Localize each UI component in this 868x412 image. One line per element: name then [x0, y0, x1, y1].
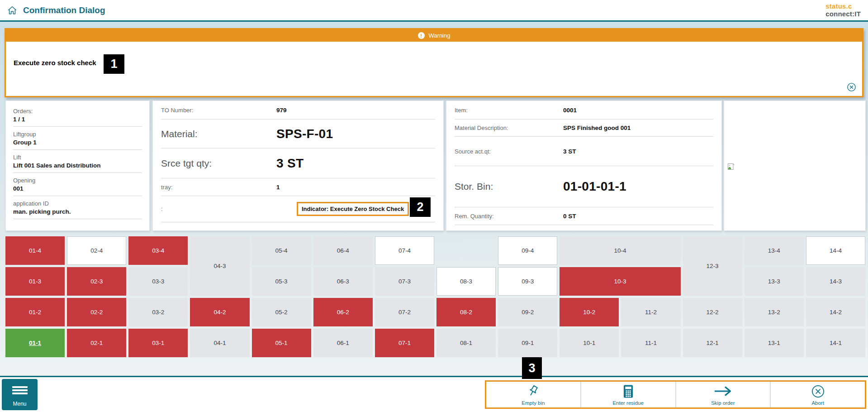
info-field: application IDman. picking purch.: [13, 196, 142, 219]
row-value: 3 ST: [563, 148, 576, 155]
close-icon[interactable]: [846, 82, 857, 92]
info-field: LiftgroupGroup 1: [13, 127, 142, 150]
bin-cell-04-2[interactable]: 04-2: [190, 298, 249, 326]
bin-cell-05-2[interactable]: 05-2: [252, 298, 311, 326]
row-label: TO Number:: [161, 107, 193, 114]
field-label: Liftgroup: [13, 131, 142, 138]
bin-cell-13-3[interactable]: 13-3: [745, 267, 804, 296]
action-empty-bin[interactable]: Empty bin: [486, 382, 580, 407]
bin-cell-07-1[interactable]: 07-1: [375, 329, 434, 357]
bin-cell-02-2[interactable]: 02-2: [67, 298, 126, 326]
bin-cell-05-4[interactable]: 05-4: [252, 236, 311, 265]
row-value: 3 ST: [276, 156, 304, 171]
bin-cell-10-3[interactable]: 10-3: [560, 267, 680, 296]
warning-dialog: ! Warning Execute zero stock check 1: [5, 28, 863, 97]
bin-cell-05-1[interactable]: 05-1: [252, 329, 311, 357]
field-label: Orders:: [13, 108, 142, 115]
row-value: SPS-F-01: [276, 127, 333, 141]
bin-cell-08-3[interactable]: 08-3: [436, 267, 496, 296]
bin-cell-07-4[interactable]: 07-4: [375, 236, 434, 265]
row-value: 01-01-01-1: [563, 179, 626, 194]
home-icon[interactable]: [7, 5, 17, 15]
bin-cell-03-2[interactable]: 03-2: [128, 298, 188, 326]
bin-cell-13-4[interactable]: 13-4: [745, 236, 804, 265]
action-enter-residue[interactable]: Enter residue: [580, 382, 675, 407]
bin-cell-10-1[interactable]: 10-1: [560, 329, 619, 357]
field-value: 001: [13, 185, 142, 192]
app-header: Confirmation Dialog status.c connect:IT: [0, 0, 868, 22]
bin-cell-01-2[interactable]: 01-2: [5, 298, 65, 326]
bin-cell-06-1[interactable]: 06-1: [313, 329, 373, 357]
panel-row: Srce tgt qty:3 ST: [161, 149, 435, 178]
row-label: Srce tgt qty:: [161, 158, 212, 169]
abort-icon: [811, 384, 825, 398]
menu-label: Menu: [13, 401, 26, 407]
bin-cell-14-4[interactable]: 14-4: [806, 236, 865, 265]
action-abort[interactable]: Abort: [770, 382, 865, 407]
bin-cell-09-3[interactable]: 09-3: [498, 267, 557, 296]
bin-cell-03-4[interactable]: 03-4: [128, 236, 188, 265]
bin-cell-09-1[interactable]: 09-1: [498, 329, 557, 357]
bin-cell-02-1[interactable]: 02-1: [67, 329, 126, 357]
bin-cell-01-3[interactable]: 01-3: [5, 267, 65, 296]
bin-cell-11-2[interactable]: 11-2: [621, 298, 680, 326]
info-icon: !: [418, 32, 425, 39]
row-label: Stor. Bin:: [455, 181, 493, 192]
row-label: Rem. Quantity:: [455, 213, 494, 220]
bin-cell-08-1[interactable]: 08-1: [436, 329, 496, 357]
bin-cell-01-1[interactable]: 01-1: [5, 329, 65, 357]
bin-cell-14-2[interactable]: 14-2: [806, 298, 865, 326]
menu-button[interactable]: Menu: [2, 379, 38, 410]
bin-cell-11-1[interactable]: 11-1: [621, 329, 680, 357]
row-value: 1: [276, 184, 280, 191]
bin-cell-13-1[interactable]: 13-1: [745, 329, 804, 357]
field-value: 1 / 1: [13, 116, 142, 123]
menu-icon: [12, 385, 28, 396]
brand-logo-line1: status.c: [825, 3, 861, 10]
bin-cell-01-4[interactable]: 01-4: [5, 236, 65, 265]
field-value: man. picking purch.: [13, 208, 142, 215]
bin-cell-07-2[interactable]: 07-2: [375, 298, 434, 326]
bin-cell-14-1[interactable]: 14-1: [806, 329, 865, 357]
warning-header: ! Warning: [6, 29, 862, 42]
footer-bar: Menu Empty binEnter residueSkip orderAbo…: [0, 377, 868, 412]
bin-cell-03-3[interactable]: 03-3: [128, 267, 188, 296]
bin-cell-04-3[interactable]: 04-3: [190, 236, 249, 296]
bin-cell-08-2[interactable]: 08-2: [436, 298, 496, 326]
bin-cell-12-1[interactable]: 12-1: [683, 329, 742, 357]
panel-row: Material:SPS-F-01: [161, 120, 435, 149]
panel-row: Stor. Bin:01-01-01-1: [455, 166, 713, 207]
bin-cell-13-2[interactable]: 13-2: [745, 298, 804, 326]
info-field: Opening001: [13, 173, 142, 196]
bin-cell-12-2[interactable]: 12-2: [683, 298, 742, 326]
bin-cell-02-4[interactable]: 02-4: [67, 236, 126, 265]
row-value: 979: [276, 107, 287, 114]
indicator-value: Indicator: Execute Zero Stock Check: [297, 202, 409, 216]
panel-row: Source act.qt:3 ST: [455, 137, 713, 166]
bin-cell-04-1[interactable]: 04-1: [190, 329, 249, 357]
action-label: Abort: [811, 400, 824, 406]
bin-cell-10-4[interactable]: 10-4: [560, 236, 680, 265]
row-label: Material Description:: [455, 125, 508, 131]
field-label: application ID: [13, 200, 142, 207]
bin-cell-12-3[interactable]: 12-3: [683, 236, 742, 296]
calculator-icon: [623, 384, 634, 398]
bin-cell-09-2[interactable]: 09-2: [498, 298, 557, 326]
bin-cell-06-2[interactable]: 06-2: [313, 298, 373, 326]
bin-cell-10-2[interactable]: 10-2: [560, 298, 619, 326]
field-label: Opening: [13, 177, 142, 184]
field-value: Group 1: [13, 139, 142, 146]
bin-cell-03-1[interactable]: 03-1: [128, 329, 188, 357]
bin-cell-02-3[interactable]: 02-3: [67, 267, 126, 296]
step-badge-2: 2: [410, 197, 431, 217]
bin-cell-07-3[interactable]: 07-3: [375, 267, 434, 296]
bin-cell-05-3[interactable]: 05-3: [252, 267, 311, 296]
pin-icon: [526, 384, 540, 398]
bin-cell-06-4[interactable]: 06-4: [313, 236, 373, 265]
info-field: LiftLift 001 Sales and Distribution: [13, 150, 142, 173]
bin-cell-14-3[interactable]: 14-3: [806, 267, 865, 296]
bin-cell-06-3[interactable]: 06-3: [313, 267, 373, 296]
warning-title: Warning: [429, 32, 451, 39]
bin-cell-09-4[interactable]: 09-4: [498, 236, 557, 265]
action-skip-order[interactable]: Skip order: [675, 382, 770, 407]
